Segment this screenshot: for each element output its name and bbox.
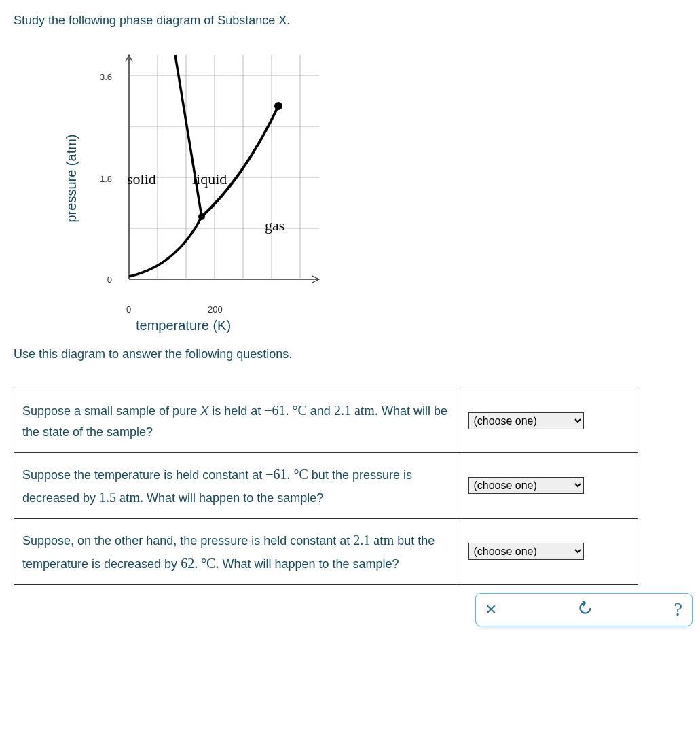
question-3: Suppose, on the other hand, the pressure… — [14, 518, 460, 584]
xtick-200: 200 — [208, 304, 223, 315]
followup-text: Use this diagram to answer the following… — [14, 347, 686, 361]
y-axis-label: pressure (atm) — [64, 134, 79, 222]
answer-1-select[interactable]: (choose one) — [468, 412, 584, 429]
table-row: Suppose the temperature is held constant… — [14, 452, 638, 518]
intro-text: Study the following phase diagram of Sub… — [14, 14, 686, 28]
region-gas: gas — [265, 217, 284, 234]
help-button[interactable]: ? — [674, 600, 682, 619]
xtick-0: 0 — [126, 304, 131, 315]
table-row: Suppose, on the other hand, the pressure… — [14, 518, 638, 584]
reset-icon — [576, 599, 594, 617]
x-axis-label: temperature (K) — [136, 318, 231, 334]
clear-button[interactable]: × — [485, 600, 496, 619]
footer-toolbar: × ? — [475, 593, 693, 626]
answer-3-select[interactable]: (choose one) — [468, 543, 584, 560]
question-2: Suppose the temperature is held constant… — [14, 452, 460, 518]
svg-point-12 — [198, 213, 205, 220]
answer-2-select[interactable]: (choose one) — [468, 477, 584, 494]
ytick-1-8: 1.8 — [92, 174, 112, 184]
phase-diagram: pressure (atm) 3.6 — [54, 35, 353, 334]
table-row: Suppose a small sample of pure X is held… — [14, 389, 638, 453]
plot-area — [115, 41, 326, 293]
region-liquid: liquid — [192, 171, 227, 188]
region-solid: solid — [127, 171, 156, 188]
question-1: Suppose a small sample of pure X is held… — [14, 389, 460, 453]
ytick-0: 0 — [92, 274, 112, 285]
reset-button[interactable] — [576, 599, 594, 620]
svg-point-13 — [274, 102, 282, 110]
question-table: Suppose a small sample of pure X is held… — [14, 389, 638, 585]
ytick-3-6: 3.6 — [92, 72, 112, 82]
